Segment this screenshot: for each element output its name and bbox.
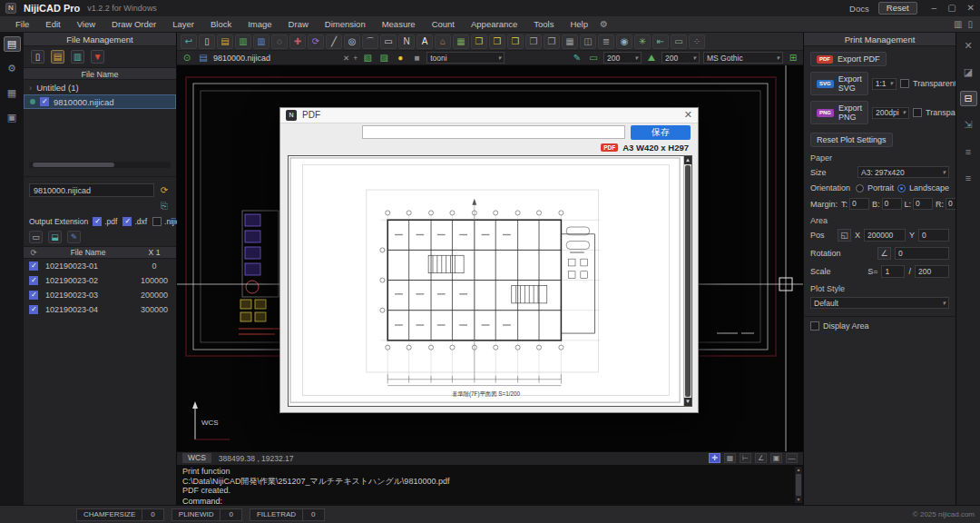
layer-new-icon[interactable]: ▨ <box>377 53 390 63</box>
export-svg-button[interactable]: SVG Export SVG <box>810 72 868 95</box>
save-file-icon[interactable]: ▯ <box>199 35 215 49</box>
pdf-dialog-close-icon[interactable]: ✕ <box>684 109 692 121</box>
file-checkbox[interactable] <box>40 97 49 106</box>
extension-checkbox[interactable]: .dxf <box>122 217 147 226</box>
file-row-selected[interactable]: 9810000.nijicad <box>24 94 176 109</box>
menu-item[interactable]: Dimension <box>317 16 374 32</box>
system-variable[interactable]: CHAMFERSIZE0 <box>76 508 164 521</box>
batch-file-row[interactable]: 102190023-02 100000 <box>24 273 176 288</box>
grid-toggle-icon[interactable]: ⊞ <box>787 53 799 63</box>
match-properties-icon[interactable]: ✎ <box>571 53 583 63</box>
snap-grid-icon[interactable]: ✛ <box>709 453 720 463</box>
paper-size-select[interactable]: A3: 297x420▾ <box>858 166 949 178</box>
viewport-icon[interactable]: ▭ <box>671 35 687 49</box>
image-export-icon[interactable]: ◪ <box>960 64 977 80</box>
open-file-icon[interactable]: ▤ <box>51 50 64 64</box>
batch-file-row[interactable]: 102190023-01 0 <box>24 259 176 273</box>
output-filename-input[interactable] <box>29 183 154 197</box>
menu-item[interactable]: File <box>7 16 37 32</box>
svg-scale-select[interactable]: 1:1▾ <box>872 78 897 90</box>
scroll-down-icon[interactable]: ▼ <box>684 398 691 406</box>
settings-icon[interactable]: ⚙ <box>4 61 21 76</box>
pan-icon[interactable]: ⊙ <box>181 53 193 63</box>
export-pdf-button[interactable]: PDF Export PDF <box>810 52 887 66</box>
refresh-list-icon[interactable]: ⟳ <box>24 248 44 257</box>
scale-denominator-input[interactable] <box>915 265 949 278</box>
bulb-icon[interactable]: ● <box>394 53 407 63</box>
lineweight-icon[interactable]: — <box>786 453 798 463</box>
menu-settings-icon[interactable]: ⚙ <box>600 19 608 29</box>
pick-angle-icon[interactable]: ∠ <box>877 247 891 260</box>
pos-y-input[interactable] <box>918 229 949 242</box>
menu-item[interactable]: Measure <box>374 16 424 32</box>
export-settings-icon[interactable]: ⇲ <box>960 117 977 133</box>
import-file-icon[interactable]: ▥ <box>235 35 251 49</box>
file-management-icon[interactable]: ▤ <box>4 36 21 52</box>
offset-icon[interactable]: ≣ <box>598 35 614 49</box>
scale-numerator-input[interactable] <box>881 265 905 278</box>
dimension-tool-icon[interactable]: ⇤ <box>652 35 669 49</box>
open-folder-icon[interactable]: ▤ <box>217 35 233 49</box>
text-icon[interactable]: A <box>416 35 433 49</box>
reset-button[interactable]: Reset <box>878 2 917 15</box>
menu-item[interactable]: Edit <box>37 16 68 32</box>
object-snap-icon[interactable]: ▣ <box>770 453 782 463</box>
arc-icon[interactable]: ⌒ <box>362 35 378 49</box>
menu-item[interactable]: Block <box>202 16 240 32</box>
batch-row-checkbox[interactable] <box>29 305 38 314</box>
font-select[interactable]: MS Gothic▾ <box>703 52 783 64</box>
group-icon[interactable]: ❐ <box>525 35 542 49</box>
undo-icon[interactable]: ↩ <box>181 35 197 49</box>
extension-checkbox[interactable]: .pdf <box>93 217 117 226</box>
close-button[interactable]: ✕ <box>967 2 975 15</box>
margin-input[interactable]: 0 <box>849 198 869 210</box>
pdf-file-icon[interactable]: ▼ <box>91 50 104 64</box>
pick-point-icon[interactable]: ◱ <box>838 229 851 242</box>
reset-plot-settings-button[interactable]: Reset Plot Settings <box>810 133 893 147</box>
command-line-panel[interactable]: Print functionC:\Data\NijiCAD開発\作業\25120… <box>177 464 803 505</box>
mirror-icon[interactable]: ◫ <box>580 35 596 49</box>
file-list-hscrollbar[interactable] <box>29 162 171 168</box>
landscape-radio[interactable] <box>897 184 906 192</box>
edit-list-icon[interactable]: ✎ <box>67 231 81 243</box>
grid-display-icon[interactable]: ▦ <box>724 453 736 463</box>
svg-transparent-checkbox[interactable] <box>900 79 909 88</box>
preview-vscrollbar[interactable]: ▲ ▼ <box>683 156 691 406</box>
cad-canvas[interactable]: WCS N PDF ✕ 保存 PDF A3 <box>177 65 803 451</box>
copy-file-icon[interactable]: ▥ <box>253 35 270 49</box>
menu-item[interactable]: Tools <box>525 16 562 32</box>
list-detail-icon[interactable]: ≡ <box>960 170 977 185</box>
menu-item[interactable]: Count <box>424 16 463 32</box>
tools-icon[interactable]: ✕ <box>960 38 977 54</box>
file-row-untitled[interactable]: › Untitled (1) <box>24 80 176 94</box>
menu-item[interactable]: View <box>69 16 103 32</box>
erase-icon[interactable]: ◌ <box>271 35 288 49</box>
layout-grid-icon[interactable]: ▦ <box>4 85 21 101</box>
batch-file-row[interactable]: 102190023-03 200000 <box>24 288 176 302</box>
pdf-save-button[interactable]: 保存 <box>631 125 691 140</box>
display-area-checkbox[interactable] <box>810 321 819 331</box>
plot-style-select[interactable]: Default▾ <box>810 297 949 309</box>
print-scale-icon[interactable]: ⛰ <box>645 53 658 64</box>
png-transparent-checkbox[interactable] <box>913 108 922 117</box>
batch-file-row[interactable]: 102190023-04 300000 <box>24 302 176 317</box>
panel-right-toggle-icon[interactable]: ▯ <box>967 19 973 29</box>
system-variable[interactable]: FILLETRAD0 <box>250 508 325 521</box>
maximize-button[interactable]: ▢ <box>947 2 956 15</box>
docs-button[interactable]: Docs <box>849 4 869 14</box>
panel-left-toggle-icon[interactable]: ▥ <box>954 19 962 29</box>
menu-item[interactable]: Draw <box>280 16 317 32</box>
array-icon[interactable]: ▦ <box>562 35 578 49</box>
close-tab-icon[interactable]: ✕ <box>343 54 349 63</box>
zoom-extents-icon[interactable]: ◉ <box>616 35 632 49</box>
layer-states-icon[interactable]: ▧ <box>361 53 374 63</box>
ortho-icon[interactable]: ⊢ <box>740 453 751 463</box>
batch-row-checkbox[interactable] <box>29 262 38 271</box>
image-panel-icon[interactable]: ▣ <box>4 110 21 125</box>
new-tab-icon[interactable]: + <box>353 54 358 63</box>
block-edit-icon[interactable]: ❒ <box>507 35 524 49</box>
new-file-icon[interactable]: ▯ <box>31 50 44 64</box>
print-scale-select[interactable]: 200▾ <box>662 52 700 64</box>
batch-row-checkbox[interactable] <box>29 291 38 300</box>
portrait-radio[interactable] <box>856 184 864 192</box>
